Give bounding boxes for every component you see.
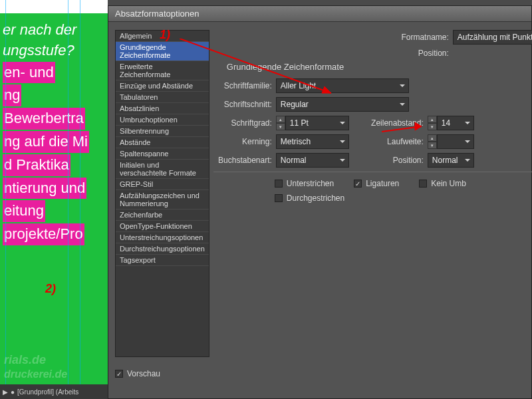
schriftgrad-spinner[interactable]: ▲▼11 Pt	[276, 116, 349, 130]
sidebar-item[interactable]: Unterstreichungsoptionen	[116, 232, 209, 243]
buchstabenart-label: Buchstabenart:	[213, 156, 276, 165]
document-text: er nach der ungsstufe? en- und ng Bewerb…	[0, 13, 108, 253]
sidebar-item[interactable]: Durchstreichungsoptionen	[116, 243, 209, 255]
sidebar-item[interactable]: Umbruchoptionen	[116, 114, 209, 126]
check-icon: ✓	[115, 370, 123, 378]
status-bar: ▶● [Grundprofil] (Arbeits	[0, 384, 108, 399]
annotation-1: 1)	[160, 28, 170, 42]
sidebar-item[interactable]: Tagsexport	[116, 255, 209, 266]
preflight-icon: ●	[11, 388, 15, 396]
durchgestrichen-checkbox[interactable]: Durchgestrichen	[275, 194, 344, 203]
annotation-arrow-2	[382, 112, 435, 138]
document-preview: er nach der ungsstufe? en- und ng Bewerb…	[0, 0, 108, 399]
watermark-2: druckerei.de	[4, 368, 67, 380]
svg-line-0	[180, 39, 331, 93]
kerning-label: Kerning:	[213, 137, 276, 146]
position-dropdown[interactable]: Normal	[428, 153, 474, 168]
buchstabenart-dropdown[interactable]: Normal	[276, 153, 349, 168]
sidebar-item[interactable]: Silbentrennung	[116, 126, 209, 137]
kerning-dropdown[interactable]: Metrisch	[276, 134, 349, 149]
formatname-input[interactable]: Aufzählung mit Punkt	[453, 30, 532, 45]
sidebar-item[interactable]: OpenType-Funktionen	[116, 221, 209, 232]
sidebar-item[interactable]: Abstände	[116, 137, 209, 148]
preview-checkbox[interactable]: ✓ Vorschau	[115, 369, 209, 378]
dialog-title: Absatzformatoptionen	[108, 6, 531, 22]
position-field-label: Position:	[349, 156, 428, 165]
svg-marker-3	[415, 122, 422, 130]
ligaturen-checkbox[interactable]: ✓Ligaturen	[354, 179, 399, 188]
watermark: rials.de	[4, 353, 46, 367]
sidebar-item[interactable]: Aufzählungszeichen und Nummerierung	[116, 190, 209, 209]
sidebar-item[interactable]: Spaltenspanne	[116, 148, 209, 160]
annotation-2: 2)	[45, 282, 56, 296]
laufweite-label: Laufweite:	[349, 137, 428, 146]
svg-marker-1	[322, 86, 331, 93]
schriftgrad-label: Schriftgrad:	[213, 118, 276, 128]
kein-umbruch-checkbox[interactable]: Kein Umb	[419, 179, 466, 188]
sidebar-item[interactable]: Initialen und verschachtelte Formate	[116, 160, 209, 179]
annotation-arrow-1	[180, 39, 346, 105]
unterstrichen-checkbox[interactable]: Unterstrichen	[275, 179, 334, 188]
sidebar-item[interactable]: Zeichenfarbe	[116, 209, 209, 221]
sidebar-item[interactable]: GREP-Stil	[116, 179, 209, 190]
